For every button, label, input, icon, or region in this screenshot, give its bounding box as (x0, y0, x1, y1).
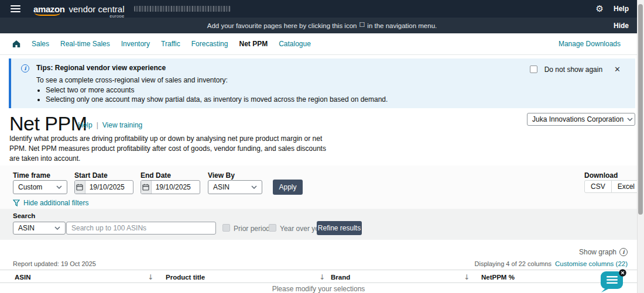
table-header: ASIN ↓ Product title ↓ Brand ↓ NetPPM % (0, 270, 637, 283)
info-icon: i (21, 64, 29, 73)
column-header-product-title: Product title (166, 274, 205, 281)
nav-item-sales[interactable]: Sales (32, 40, 49, 48)
apply-button[interactable]: Apply (273, 180, 303, 195)
show-graph-link[interactable]: Show graph i (579, 248, 628, 256)
chat-widget-button[interactable] (600, 269, 626, 293)
help-link[interactable]: Help (78, 121, 93, 129)
manage-downloads-link[interactable]: Manage Downloads (559, 40, 621, 48)
sort-icon[interactable]: ↓ (148, 273, 153, 281)
view-by-value: ASIN (213, 183, 229, 191)
view-training-link[interactable]: View training (102, 121, 142, 129)
tips-bullet-list: Select two or more accounts Selecting on… (46, 86, 388, 104)
end-date-input[interactable] (152, 183, 200, 191)
close-icon[interactable]: ✕ (614, 65, 621, 74)
scrollbar-thumb[interactable] (638, 4, 643, 215)
year-over-year-checkbox[interactable] (269, 224, 276, 232)
view-by-select[interactable]: ASIN (208, 180, 262, 194)
nav-item-real-time-sales[interactable]: Real-time Sales (60, 40, 110, 48)
amazon-logo-text: amazon (33, 4, 64, 14)
prior-period-checkbox[interactable] (222, 224, 230, 232)
amazon-vendor-central-logo[interactable]: amazon vendor central europe (33, 4, 125, 14)
view-by-label: View By (208, 171, 235, 180)
column-header-netppm: NetPPM % (481, 274, 515, 281)
chevron-down-icon (251, 185, 257, 189)
chevron-down-icon (627, 118, 633, 121)
tips-bullet: Selecting only one account may show part… (46, 95, 388, 104)
do-not-show-again-label: Do not show again (544, 66, 602, 74)
column-header-asin: ASIN (15, 274, 30, 281)
calendar-icon[interactable] (75, 181, 85, 194)
customise-columns-link[interactable]: Customise columns (22) (555, 260, 628, 267)
account-selector[interactable]: Juka Innovations Corporation (527, 113, 635, 126)
start-date-label: Start Date (74, 171, 108, 180)
search-type-value: ASIN (18, 224, 35, 232)
start-date-input[interactable] (85, 183, 133, 191)
download-csv-button[interactable]: CSV (584, 180, 612, 193)
vendor-name-redacted (134, 6, 231, 12)
chevron-down-icon (56, 185, 62, 189)
displaying-columns-text: Displaying 4 of 22 columns (475, 260, 551, 267)
sort-icon[interactable]: ↓ (464, 273, 470, 281)
account-selector-value: Juka Innovations Corporation (532, 115, 624, 123)
time-frame-label: Time frame (13, 171, 50, 180)
top-bar: amazon vendor central europe ⚙ Help (0, 0, 644, 18)
page-description: Identify what products are driving profi… (9, 134, 330, 164)
favourites-message-after: in the navigation menu. (367, 22, 437, 29)
nav-item-traffic[interactable]: Traffic (161, 40, 180, 48)
hide-additional-filters-link[interactable]: Hide additional filters (13, 199, 88, 207)
favourites-bar: Add your favourite pages here by clickin… (0, 18, 644, 33)
tips-title: Tips: Regional vendor view experience (36, 64, 388, 72)
favourites-message-before: Add your favourite pages here by clickin… (207, 22, 357, 29)
hide-favourites-button[interactable]: Hide (614, 18, 629, 33)
nav-item-inventory[interactable]: Inventory (121, 40, 150, 48)
page-title: Net PPM (9, 112, 87, 135)
do-not-show-again-checkbox[interactable] (530, 66, 537, 73)
vendor-central-logo-text: vendor central (68, 4, 124, 14)
nav-item-catalogue[interactable]: Catalogue (279, 40, 311, 48)
info-icon: i (619, 248, 628, 256)
report-updated-text: Report updated: 19 Oct 2025 (13, 260, 96, 267)
sort-icon[interactable]: ↓ (319, 273, 325, 281)
refine-results-button[interactable]: Refine results (317, 221, 362, 235)
favourite-icon: ☐ (359, 21, 365, 29)
links-separator: | (97, 121, 98, 129)
help-button[interactable]: Help (614, 5, 629, 13)
calendar-icon[interactable] (141, 181, 152, 194)
search-label: Search (13, 212, 35, 219)
tips-intro: To see a complete cross-regional view of… (36, 76, 388, 84)
nav-item-forecasting[interactable]: Forecasting (191, 40, 228, 48)
time-frame-value: Custom (18, 183, 42, 191)
prior-period-label: Prior period (234, 225, 270, 233)
chevron-down-icon (54, 226, 60, 230)
end-date-label: End Date (141, 171, 171, 180)
home-icon[interactable] (12, 40, 20, 48)
funnel-icon (13, 199, 20, 206)
download-label: Download (584, 171, 618, 180)
menu-icon[interactable] (11, 4, 20, 14)
search-type-select[interactable]: ASIN (13, 222, 66, 235)
primary-nav: Sales Real-time Sales Inventory Traffic … (0, 33, 637, 55)
tips-bullet: Select two or more accounts (46, 86, 388, 94)
tips-banner: i Tips: Regional vendor view experience … (9, 58, 635, 108)
search-input[interactable] (66, 222, 216, 235)
column-header-brand: Brand (331, 274, 350, 281)
empty-table-message: Please modify your selections (0, 285, 637, 293)
time-frame-select[interactable]: Custom (13, 180, 67, 194)
gear-icon[interactable]: ⚙ (596, 5, 604, 13)
nav-item-net-ppm[interactable]: Net PPM (239, 40, 268, 48)
